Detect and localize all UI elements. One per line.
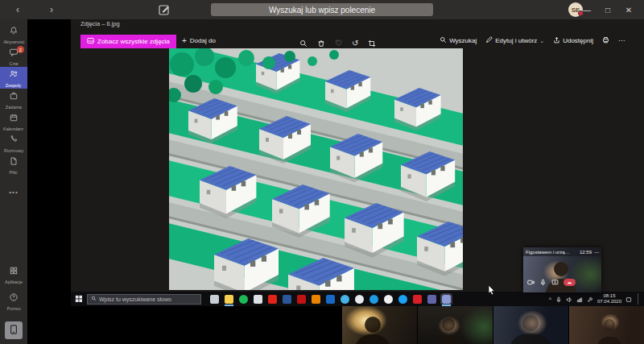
share-screen-icon[interactable]	[551, 275, 559, 289]
sidebar-label: Pliki	[10, 170, 18, 175]
new-chat-icon[interactable]	[158, 3, 171, 16]
microphone-icon[interactable]	[555, 292, 562, 306]
sidebar-item-chat[interactable]: 2 Czat	[0, 45, 27, 67]
rotate-icon[interactable]: ↺	[352, 39, 358, 48]
calendar-icon	[9, 111, 19, 126]
taskbar-search[interactable]: Wpisz tu wyszukiwane słowo	[87, 294, 201, 305]
mobile-app-button[interactable]	[5, 321, 23, 339]
clock-date: 07.04.2020	[597, 299, 621, 305]
sidebar-label: Aktywność	[3, 39, 24, 44]
favorite-heart-icon[interactable]: ♡	[335, 39, 342, 48]
start-button[interactable]	[75, 292, 83, 306]
network-icon[interactable]	[576, 292, 583, 306]
taskbar-app-file-explorer[interactable]	[225, 295, 233, 304]
mic-toggle-icon[interactable]	[539, 275, 547, 289]
taskbar-app-netflix[interactable]	[413, 295, 422, 304]
pip-minimize-button[interactable]: —	[594, 250, 599, 255]
print-button[interactable]	[602, 36, 609, 45]
forward-arrow-icon[interactable]: ›	[50, 3, 53, 16]
taskbar-app-acrobat[interactable]	[268, 295, 277, 304]
show-desktop-button[interactable]	[638, 293, 640, 305]
taskbar-app-github[interactable]	[384, 295, 393, 304]
edit-pencil-icon	[485, 36, 493, 45]
see-all-photos-button[interactable]: Zobacz wszystkie zdjęcia	[80, 35, 176, 48]
pip-meeting-timer: 12:59	[580, 250, 592, 255]
taskbar-app-archicad[interactable]	[326, 295, 335, 304]
pip-call-controls	[527, 275, 576, 289]
participant-video-tile[interactable]	[341, 306, 417, 344]
action-center-icon[interactable]	[625, 292, 632, 306]
sidebar-item-calls[interactable]: Rozmowy	[0, 132, 27, 154]
participant-video-tile[interactable]	[493, 306, 568, 344]
back-arrow-icon[interactable]: ‹	[16, 3, 19, 16]
photos-window-title: Zdjęcia – 6.jpg	[80, 20, 120, 27]
hang-up-phone-icon	[567, 280, 572, 285]
hidden-icons-chevron[interactable]: ^	[549, 296, 551, 302]
sidebar-item-assignments[interactable]: Zadania	[0, 89, 27, 110]
teams-search-input[interactable]	[211, 3, 433, 16]
taskbar-app-twitter[interactable]	[398, 295, 407, 304]
sidebar-item-calendar[interactable]: Kalendarz	[0, 110, 27, 132]
taskbar-app-word[interactable]	[283, 295, 291, 304]
taskbar-app-autocad[interactable]	[297, 295, 306, 304]
sidebar-label: Czat	[9, 61, 18, 66]
hang-up-button[interactable]	[564, 279, 576, 286]
taskbar-app-onedrive[interactable]	[254, 295, 262, 304]
sidebar-item-activity[interactable]: Aktywność	[0, 23, 27, 45]
teams-window: ‹ › SE — □ ✕ Aktywność 2 Czat Zespoły	[0, 0, 644, 344]
speaker-icon[interactable]	[566, 292, 572, 306]
participant-video-tile[interactable]	[568, 306, 644, 344]
minimize-button[interactable]: —	[576, 6, 597, 15]
share-button[interactable]: Udostępnij	[553, 36, 593, 45]
meeting-pip-window[interactable]: Figostawem i urządzeń Stach 12:59 —	[523, 247, 601, 292]
participant-video-tile[interactable]	[417, 306, 493, 344]
taskbar-app-teams[interactable]	[427, 295, 436, 304]
sidebar-label: Aplikacje	[5, 280, 23, 284]
sidebar-item-files[interactable]: Pliki	[0, 154, 27, 176]
close-button[interactable]: ✕	[618, 6, 639, 15]
sidebar-item-apps[interactable]: Aplikacje	[0, 263, 27, 285]
window-controls: — □ ✕	[576, 0, 639, 19]
taskbar-app-revit[interactable]	[312, 295, 320, 304]
sidebar-label: Zespoły	[6, 83, 21, 88]
taskbar-app-photos[interactable]	[442, 295, 451, 304]
edit-create-label: Edytuj i utwórz	[495, 37, 537, 44]
camera-toggle-icon[interactable]	[527, 275, 535, 289]
search-icon	[91, 296, 97, 302]
sidebar-more-button[interactable]: •••	[9, 189, 18, 196]
teams-people-icon	[9, 68, 19, 82]
taskbar-clock[interactable]: 08:15 07.04.2020	[597, 293, 621, 305]
phone-icon	[9, 133, 19, 147]
plus-icon: +	[182, 36, 187, 45]
taskbar-search-placeholder: Wpisz tu wyszukiwane słowo	[99, 296, 171, 302]
sidebar-label: Kalendarz	[4, 126, 24, 131]
add-to-button[interactable]: + Dodaj do	[182, 36, 216, 45]
photos-search-label: Wyszukaj	[449, 37, 477, 44]
printer-icon	[602, 36, 609, 45]
taskbar-app-edge[interactable]	[369, 295, 378, 304]
share-icon	[553, 36, 560, 45]
teams-titlebar: ‹ › SE — □ ✕	[0, 0, 644, 19]
edit-create-button[interactable]: Edytuj i utwórz ⌄	[485, 36, 544, 45]
pip-meeting-title: Figostawem i urządzeń Stach	[526, 250, 571, 255]
pip-titlebar: Figostawem i urządzeń Stach 12:59 —	[523, 247, 601, 256]
estate-render-svg	[169, 48, 463, 290]
add-to-label: Dodaj do	[190, 37, 216, 44]
taskbar-app-spotify[interactable]	[239, 295, 248, 304]
clock-time: 08:15	[597, 293, 621, 299]
share-label: Udostępnij	[563, 37, 593, 44]
participant-video-strip	[341, 306, 644, 344]
photos-search-button[interactable]: Wyszukaj	[440, 36, 477, 45]
more-options-button[interactable]: ⋯	[618, 37, 625, 44]
taskbar-app-task-view[interactable]	[210, 295, 219, 304]
chat-unread-badge: 2	[17, 46, 24, 53]
sidebar-item-help[interactable]: Pomoc	[0, 290, 27, 312]
sidebar-item-teams[interactable]: Zespoły	[0, 67, 27, 89]
help-question-icon	[9, 291, 19, 305]
chevron-down-icon: ⌄	[539, 38, 544, 44]
taskbar-app-skype[interactable]	[341, 295, 349, 304]
maximize-button[interactable]: □	[597, 6, 618, 15]
taskbar-app-chrome[interactable]	[355, 295, 364, 304]
sidebar-label: Rozmowy	[4, 148, 23, 153]
settings-wrench-icon[interactable]	[587, 292, 593, 306]
